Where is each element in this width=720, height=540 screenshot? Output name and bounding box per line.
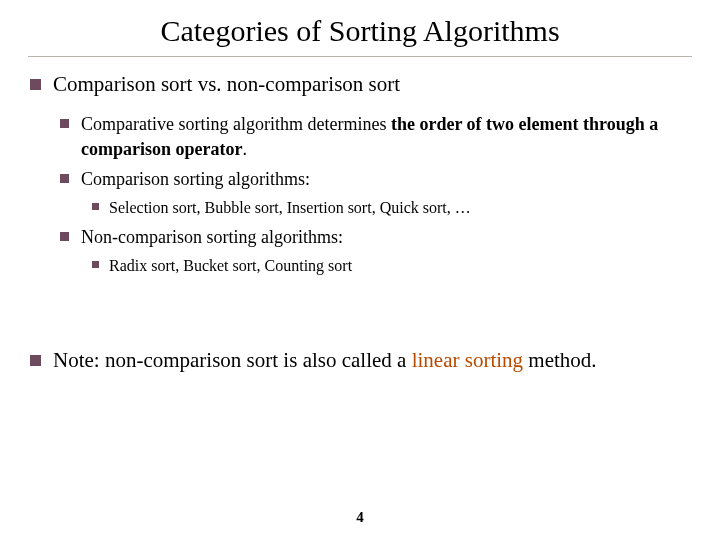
bullet-1a-post: . — [242, 139, 247, 159]
bullet-1b: Comparison sorting algorithms: — [60, 167, 690, 191]
bullet-icon — [92, 261, 99, 268]
page-number: 4 — [0, 509, 720, 526]
bullet-icon — [60, 174, 69, 183]
bullet-1-text: Comparison sort vs. non-comparison sort — [53, 71, 690, 98]
bullet-1c: Non-comparison sorting algorithms: — [60, 225, 690, 249]
slide-content: Comparison sort vs. non-comparison sort … — [0, 65, 720, 374]
bullet-1c1-text: Radix sort, Bucket sort, Counting sort — [109, 255, 690, 277]
bullet-icon — [30, 355, 41, 366]
bullet-1c-text: Non-comparison sorting algorithms: — [81, 225, 690, 249]
note-accent: linear sorting — [412, 348, 523, 372]
bullet-1b1-text: Selection sort, Bubble sort, Insertion s… — [109, 197, 690, 219]
bullet-1a-pre: Comparative sorting algorithm determines — [81, 114, 391, 134]
bullet-note-text: Note: non-comparison sort is also called… — [53, 347, 690, 374]
bullet-1a: Comparative sorting algorithm determines… — [60, 112, 690, 161]
bullet-1c1: Radix sort, Bucket sort, Counting sort — [92, 255, 690, 277]
bullet-note: Note: non-comparison sort is also called… — [30, 347, 690, 374]
bullet-1a-text: Comparative sorting algorithm determines… — [81, 112, 690, 161]
note-pre: Note: non-comparison sort is also called… — [53, 348, 412, 372]
note-post: method. — [523, 348, 597, 372]
slide-title: Categories of Sorting Algorithms — [0, 0, 720, 56]
bullet-1b-text: Comparison sorting algorithms: — [81, 167, 690, 191]
slide: Categories of Sorting Algorithms Compari… — [0, 0, 720, 540]
bullet-1: Comparison sort vs. non-comparison sort — [30, 71, 690, 98]
bullet-1b1: Selection sort, Bubble sort, Insertion s… — [92, 197, 690, 219]
bullet-icon — [30, 79, 41, 90]
bullet-icon — [60, 119, 69, 128]
bullet-icon — [92, 203, 99, 210]
bullet-icon — [60, 232, 69, 241]
title-rule — [28, 56, 692, 57]
